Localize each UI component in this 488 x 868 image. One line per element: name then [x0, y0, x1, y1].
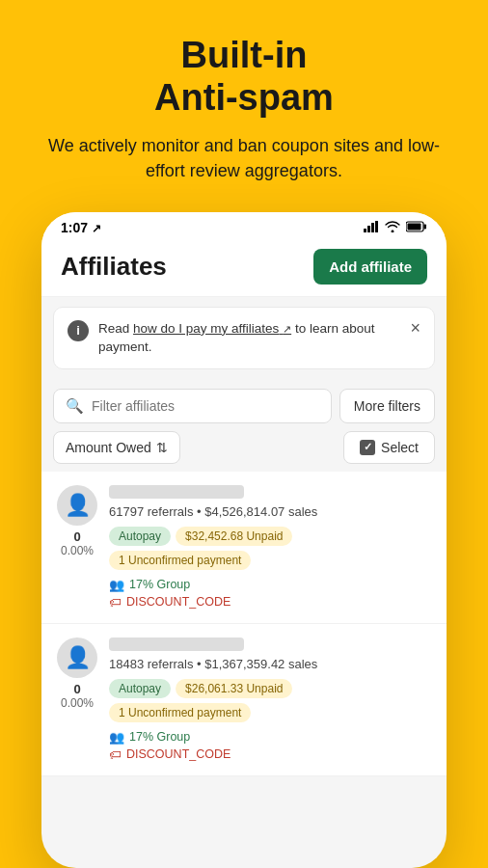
add-affiliate-button[interactable]: Add affiliate — [313, 249, 427, 285]
wifi-icon — [385, 220, 400, 235]
info-text: Read how do I pay my affiliates ↗ to lea… — [98, 319, 400, 357]
payment-link[interactable]: how do I pay my affiliates ↗ — [133, 321, 291, 336]
ref-percent: 0.00% — [61, 544, 94, 557]
group-label: 17% Group — [129, 578, 190, 591]
discount-icon: 🏷 — [109, 747, 122, 762]
checkbox-checked-icon — [360, 440, 375, 455]
svg-rect-0 — [364, 229, 366, 232]
affiliate-item: 👤 0 0.00% 18483 referrals • $1,367,359.4… — [41, 624, 447, 776]
search-input-wrap[interactable]: 🔍 — [53, 389, 332, 423]
group-icon: 👥 — [109, 730, 124, 745]
meta-row: 👥 17% Group 🏷 DISCOUNT_CODE — [109, 578, 435, 610]
close-banner-button[interactable]: × — [410, 319, 420, 337]
affiliate-stats: 61797 referrals • $4,526,814.07 sales — [109, 504, 435, 519]
info-banner: i Read how do I pay my affiliates ↗ to l… — [53, 307, 435, 369]
autopay-tag: Autopay — [109, 527, 171, 546]
search-input[interactable] — [92, 398, 319, 414]
person-icon: 👤 — [65, 493, 91, 518]
tags-row: Autopay $32,452.68 Unpaid 1 Unconfirmed … — [109, 527, 435, 570]
svg-rect-5 — [408, 223, 421, 230]
app-header: Affiliates Add affiliate — [41, 239, 447, 297]
affiliate-content: 61797 referrals • $4,526,814.07 sales Au… — [109, 485, 435, 610]
affiliate-stats: 18483 referrals • $1,367,359.42 sales — [109, 657, 435, 671]
meta-row: 👥 17% Group 🏷 DISCOUNT_CODE — [109, 730, 435, 762]
tags-row: Autopay $26,061.33 Unpaid 1 Unconfirmed … — [109, 679, 435, 722]
hero-title: Built-in Anti-spam — [29, 35, 459, 119]
ref-percent: 0.00% — [61, 696, 94, 710]
phone-frame: 1:07 ↗ — [41, 212, 447, 868]
avatar: 👤 — [57, 637, 97, 678]
unpaid-tag: $26,061.33 Unpaid — [176, 679, 292, 698]
hero-section: Built-in Anti-spam We actively monitor a… — [0, 0, 488, 203]
group-label: 17% Group — [129, 730, 190, 744]
affiliate-name-blurred — [109, 637, 244, 651]
affiliate-left: 👤 0 0.00% — [55, 637, 99, 710]
svg-rect-1 — [367, 226, 370, 232]
avatar: 👤 — [57, 485, 97, 526]
unpaid-tag: $32,452.68 Unpaid — [176, 527, 292, 546]
group-info: 👥 17% Group — [109, 578, 435, 592]
svg-rect-3 — [375, 221, 378, 232]
affiliate-name-blurred — [109, 485, 244, 499]
affiliate-left: 👤 0 0.00% — [55, 485, 99, 557]
search-icon: 🔍 — [66, 397, 84, 415]
unconfirmed-tag: 1 Unconfirmed payment — [109, 551, 251, 570]
amount-owed-label: Amount Owed — [66, 440, 151, 455]
more-filters-button[interactable]: More filters — [339, 389, 435, 423]
unconfirmed-tag: 1 Unconfirmed payment — [109, 703, 251, 722]
discount-code: DISCOUNT_CODE — [126, 595, 230, 609]
ref-count: 0 — [73, 529, 80, 544]
group-info: 👥 17% Group — [109, 730, 435, 745]
amount-owed-button[interactable]: Amount Owed ⇅ — [53, 431, 180, 464]
search-row: 🔍 More filters — [53, 389, 435, 423]
select-button[interactable]: Select — [343, 431, 435, 464]
location-icon: ↗ — [92, 222, 101, 235]
status-icons — [364, 220, 427, 235]
affiliate-item: 👤 0 0.00% 61797 referrals • $4,526,814.0… — [41, 472, 447, 624]
sort-icon: ⇅ — [156, 440, 168, 455]
svg-rect-2 — [371, 223, 374, 232]
app-title: Affiliates — [61, 252, 167, 282]
discount-code: DISCOUNT_CODE — [126, 747, 230, 761]
discount-info: 🏷 DISCOUNT_CODE — [109, 595, 435, 610]
svg-rect-6 — [424, 224, 427, 229]
discount-icon: 🏷 — [109, 595, 122, 610]
person-icon: 👤 — [65, 645, 91, 670]
hero-subtitle: We actively monitor and ban coupon sites… — [29, 134, 459, 182]
info-icon: i — [68, 320, 89, 341]
filters-section: 🔍 More filters Amount Owed ⇅ Select — [41, 379, 447, 472]
select-label: Select — [381, 440, 419, 455]
status-time: 1:07 ↗ — [61, 220, 101, 235]
affiliate-content: 18483 referrals • $1,367,359.42 sales Au… — [109, 637, 435, 762]
group-icon: 👥 — [109, 578, 124, 592]
signal-icon — [364, 220, 379, 235]
status-bar: 1:07 ↗ — [41, 212, 447, 239]
sort-row: Amount Owed ⇅ Select — [53, 431, 435, 464]
affiliates-list: 👤 0 0.00% 61797 referrals • $4,526,814.0… — [41, 472, 447, 776]
ref-count: 0 — [73, 682, 80, 696]
discount-info: 🏷 DISCOUNT_CODE — [109, 747, 435, 762]
battery-icon — [406, 220, 427, 235]
autopay-tag: Autopay — [109, 679, 171, 698]
external-link-icon: ↗ — [283, 323, 291, 335]
